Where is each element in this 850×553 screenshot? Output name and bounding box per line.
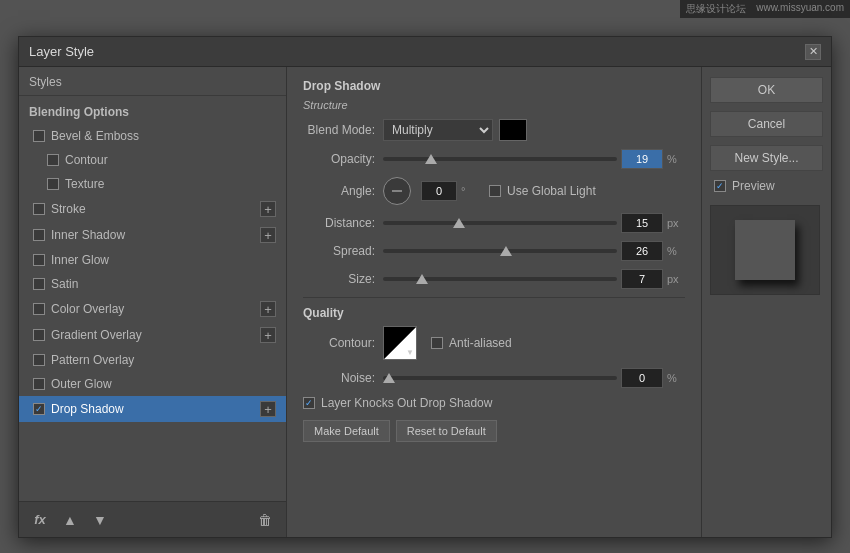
size-input[interactable] xyxy=(621,269,663,289)
down-icon: ▼ xyxy=(93,512,107,528)
size-unit: px xyxy=(667,273,685,285)
title-bar: Layer Style ✕ xyxy=(19,37,831,67)
preview-checkbox[interactable] xyxy=(714,180,726,192)
sidebar-item-blending-options[interactable]: Blending Options xyxy=(19,100,286,124)
bevel-emboss-checkbox[interactable] xyxy=(33,130,45,142)
gradient-overlay-checkbox[interactable] xyxy=(33,329,45,341)
satin-label: Satin xyxy=(51,277,78,291)
sidebar-item-inner-glow[interactable]: Inner Glow xyxy=(19,248,286,272)
distance-slider[interactable] xyxy=(383,215,617,231)
new-style-button[interactable]: New Style... xyxy=(710,145,823,171)
size-slider[interactable] xyxy=(383,271,617,287)
texture-checkbox[interactable] xyxy=(47,178,59,190)
action-buttons-row: Make Default Reset to Default xyxy=(303,420,685,442)
sidebar-item-bevel-emboss[interactable]: Bevel & Emboss xyxy=(19,124,286,148)
distance-label: Distance: xyxy=(303,216,383,230)
sidebar-item-contour[interactable]: Contour xyxy=(19,148,286,172)
contour-preview[interactable]: ▼ xyxy=(383,326,417,360)
subsection-title: Structure xyxy=(303,99,685,111)
opacity-slider[interactable] xyxy=(383,151,617,167)
inner-glow-label: Inner Glow xyxy=(51,253,109,267)
angle-dial[interactable] xyxy=(383,177,411,205)
ok-button[interactable]: OK xyxy=(710,77,823,103)
stroke-label: Stroke xyxy=(51,202,86,216)
anti-aliased-checkbox[interactable] xyxy=(431,337,443,349)
opacity-label: Opacity: xyxy=(303,152,383,166)
inner-shadow-add-button[interactable]: + xyxy=(260,227,276,243)
spread-input[interactable] xyxy=(621,241,663,261)
layer-knocks-out-row: Layer Knocks Out Drop Shadow xyxy=(303,396,685,410)
color-overlay-checkbox[interactable] xyxy=(33,303,45,315)
spread-slider[interactable] xyxy=(383,243,617,259)
move-down-button[interactable]: ▼ xyxy=(89,509,111,531)
preview-rect xyxy=(735,220,795,280)
preview-row: Preview xyxy=(710,179,823,193)
opacity-row: Opacity: % xyxy=(303,149,685,169)
satin-checkbox[interactable] xyxy=(33,278,45,290)
sidebar-item-inner-shadow[interactable]: Inner Shadow + xyxy=(19,222,286,248)
styles-header: Styles xyxy=(19,67,286,96)
noise-thumb[interactable] xyxy=(383,373,395,383)
distance-thumb[interactable] xyxy=(453,218,465,228)
color-overlay-add-button[interactable]: + xyxy=(260,301,276,317)
gradient-overlay-add-button[interactable]: + xyxy=(260,327,276,343)
drop-shadow-checkbox[interactable] xyxy=(33,403,45,415)
inner-shadow-checkbox[interactable] xyxy=(33,229,45,241)
sidebar-item-gradient-overlay[interactable]: Gradient Overlay + xyxy=(19,322,286,348)
sidebar-item-color-overlay[interactable]: Color Overlay + xyxy=(19,296,286,322)
angle-input[interactable] xyxy=(421,181,457,201)
reset-to-default-button[interactable]: Reset to Default xyxy=(396,420,497,442)
angle-label: Angle: xyxy=(303,184,383,198)
noise-input[interactable] xyxy=(621,368,663,388)
trash-icon: 🗑 xyxy=(258,512,272,528)
spread-thumb[interactable] xyxy=(500,246,512,256)
contour-checkbox[interactable] xyxy=(47,154,59,166)
sidebar-item-stroke[interactable]: Stroke + xyxy=(19,196,286,222)
blend-mode-select[interactable]: Multiply Normal Screen Overlay xyxy=(383,119,493,141)
left-panel: Styles Blending Options Bevel & Emboss xyxy=(19,67,287,537)
spread-label: Spread: xyxy=(303,244,383,258)
outer-glow-checkbox[interactable] xyxy=(33,378,45,390)
drop-shadow-add-button[interactable]: + xyxy=(260,401,276,417)
size-label: Size: xyxy=(303,272,383,286)
fx-button[interactable]: fx xyxy=(29,509,51,531)
sidebar-item-texture[interactable]: Texture xyxy=(19,172,286,196)
pattern-overlay-label: Pattern Overlay xyxy=(51,353,134,367)
opacity-input[interactable] xyxy=(621,149,663,169)
drop-shadow-label: Drop Shadow xyxy=(51,402,124,416)
preview-label: Preview xyxy=(732,179,775,193)
sidebar-item-drop-shadow[interactable]: Drop Shadow + xyxy=(19,396,286,422)
spread-unit: % xyxy=(667,245,685,257)
sidebar-item-outer-glow[interactable]: Outer Glow xyxy=(19,372,286,396)
color-overlay-label: Color Overlay xyxy=(51,302,124,316)
use-global-light-checkbox[interactable] xyxy=(489,185,501,197)
layer-knocks-out-checkbox[interactable] xyxy=(303,397,315,409)
angle-unit: ° xyxy=(461,185,479,197)
noise-slider[interactable] xyxy=(383,370,617,386)
layer-knocks-out-label: Layer Knocks Out Drop Shadow xyxy=(321,396,492,410)
opacity-thumb[interactable] xyxy=(425,154,437,164)
size-thumb[interactable] xyxy=(416,274,428,284)
stroke-add-button[interactable]: + xyxy=(260,201,276,217)
up-icon: ▲ xyxy=(63,512,77,528)
distance-input[interactable] xyxy=(621,213,663,233)
distance-row: Distance: px xyxy=(303,213,685,233)
cancel-button[interactable]: Cancel xyxy=(710,111,823,137)
distance-unit: px xyxy=(667,217,685,229)
quality-section-title: Quality xyxy=(303,306,685,320)
sidebar-item-pattern-overlay[interactable]: Pattern Overlay xyxy=(19,348,286,372)
blend-mode-color-swatch[interactable] xyxy=(499,119,527,141)
delete-button[interactable]: 🗑 xyxy=(254,509,276,531)
noise-label: Noise: xyxy=(303,371,383,385)
sidebar-item-satin[interactable]: Satin xyxy=(19,272,286,296)
make-default-button[interactable]: Make Default xyxy=(303,420,390,442)
gradient-overlay-label: Gradient Overlay xyxy=(51,328,142,342)
styles-list: Blending Options Bevel & Emboss Contour xyxy=(19,96,286,501)
pattern-overlay-checkbox[interactable] xyxy=(33,354,45,366)
close-button[interactable]: ✕ xyxy=(805,44,821,60)
move-up-button[interactable]: ▲ xyxy=(59,509,81,531)
stroke-checkbox[interactable] xyxy=(33,203,45,215)
opacity-unit: % xyxy=(667,153,685,165)
inner-glow-checkbox[interactable] xyxy=(33,254,45,266)
outer-glow-label: Outer Glow xyxy=(51,377,112,391)
